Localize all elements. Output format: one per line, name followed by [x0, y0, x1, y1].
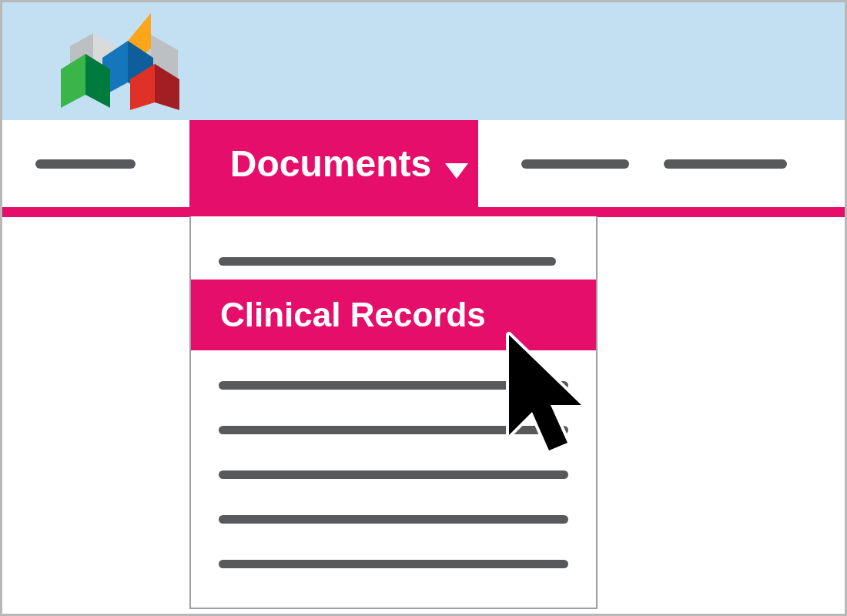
nav-placeholder-line: [35, 159, 136, 169]
dropdown-placeholder-line: [219, 381, 568, 390]
nav-item-1[interactable]: [14, 120, 156, 207]
dropdown-placeholder-line: [219, 470, 568, 479]
nav-item-label: Documents: [230, 142, 431, 185]
logo: [47, 12, 201, 112]
dropdown-item[interactable]: [191, 216, 596, 280]
dropdown-item[interactable]: [191, 363, 596, 407]
dropdown-item[interactable]: [191, 452, 596, 497]
dropdown-item[interactable]: [191, 541, 596, 586]
svg-marker-11: [445, 163, 468, 179]
header-banner: [2, 2, 845, 120]
nav-item-3[interactable]: [514, 120, 637, 207]
dropdown-placeholder-line: [219, 257, 556, 266]
nav-item-4[interactable]: [660, 120, 791, 207]
nav-placeholder-line: [521, 159, 629, 169]
chevron-down-icon: [445, 146, 468, 189]
dropdown-placeholder-line: [219, 515, 568, 524]
dropdown-placeholder-line: [219, 560, 568, 568]
dropdown-item[interactable]: [191, 497, 596, 541]
main-nav: Documents: [2, 120, 845, 207]
dropdown-item[interactable]: [191, 407, 596, 452]
nav-item-documents[interactable]: Documents: [189, 120, 478, 207]
dropdown-item-label: Clinical Records: [220, 296, 486, 334]
dropdown-item-clinical-records[interactable]: Clinical Records: [191, 280, 596, 350]
nav-placeholder-line: [664, 159, 787, 169]
svg-marker-7: [61, 54, 85, 108]
documents-dropdown: Clinical Records: [189, 216, 598, 609]
dropdown-placeholder-line: [219, 426, 568, 434]
